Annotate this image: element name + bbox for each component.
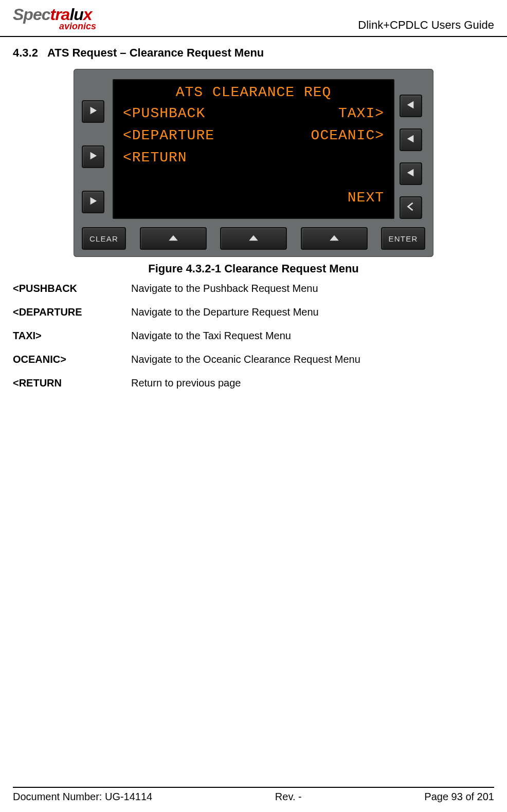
screen-pushback: <PUSHBACK [123, 105, 205, 121]
svg-marker-0 [90, 107, 97, 114]
screen-row-2: <DEPARTURE OCEANIC> [123, 127, 384, 143]
screen-taxi: TAXI> [338, 105, 384, 121]
triangle-right-icon [88, 106, 98, 117]
left-lsk-2[interactable] [82, 145, 104, 168]
left-side-buttons [82, 79, 107, 219]
device-bottom-row: CLEAR ENTER [82, 227, 425, 250]
definitions-list: <PUSHBACK Navigate to the Pushback Reque… [13, 282, 494, 390]
svg-marker-5 [407, 169, 414, 176]
triangle-right-icon [88, 196, 98, 208]
footer-revision: Rev. - [275, 791, 302, 803]
triangle-left-icon [406, 168, 415, 179]
definition-row: <DEPARTURE Navigate to the Departure Req… [13, 305, 494, 319]
definition-term: <PUSHBACK [13, 282, 131, 295]
rocker-2[interactable] [220, 227, 287, 250]
svg-marker-7 [249, 235, 258, 241]
device-top-row: ATS CLEARANCE REQ <PUSHBACK TAXI> <DEPAR… [82, 79, 425, 219]
triangle-up-icon [329, 234, 340, 243]
definition-row: <RETURN Return to previous page [13, 376, 494, 390]
content-area: 4.3.2ATS Request – Clearance Request Men… [0, 37, 507, 390]
svg-marker-1 [90, 152, 97, 159]
right-lsk-1[interactable] [400, 95, 422, 117]
screen-return: <RETURN [123, 150, 187, 165]
definition-term: <DEPARTURE [13, 305, 131, 319]
definition-row: <PUSHBACK Navigate to the Pushback Reque… [13, 282, 494, 295]
screen-row-1: <PUSHBACK TAXI> [123, 105, 384, 121]
definition-term: TAXI> [13, 329, 131, 342]
device-bezel: ATS CLEARANCE REQ <PUSHBACK TAXI> <DEPAR… [74, 69, 433, 257]
document-title: Dlink+CPDLC Users Guide [358, 19, 494, 32]
triangle-up-icon [168, 234, 179, 243]
clear-button[interactable]: CLEAR [82, 227, 126, 250]
triangle-up-icon [248, 234, 259, 243]
svg-marker-2 [90, 197, 97, 205]
svg-marker-4 [407, 135, 414, 142]
svg-marker-3 [407, 101, 414, 108]
definition-desc: Navigate to the Taxi Request Menu [131, 329, 494, 342]
definition-row: TAXI> Navigate to the Taxi Request Menu [13, 329, 494, 342]
triangle-left-icon [406, 134, 415, 145]
device-screen: ATS CLEARANCE REQ <PUSHBACK TAXI> <DEPAR… [113, 79, 394, 219]
rocker-3[interactable] [301, 227, 368, 250]
chevron-left-icon [406, 202, 415, 213]
right-lsk-3[interactable] [400, 162, 422, 185]
definition-row: OCEANIC> Navigate to the Oceanic Clearan… [13, 353, 494, 366]
definition-term: OCEANIC> [13, 353, 131, 366]
page-footer: Document Number: UG-14114 Rev. - Page 93… [13, 787, 494, 803]
triangle-right-icon [88, 151, 98, 162]
triangle-left-icon [406, 100, 415, 112]
figure-caption: Figure 4.3.2-1 Clearance Request Menu [148, 262, 359, 275]
device-figure: ATS CLEARANCE REQ <PUSHBACK TAXI> <DEPAR… [13, 69, 494, 275]
svg-marker-8 [330, 235, 339, 241]
screen-nav-row: NEXT [123, 190, 384, 206]
screen-title: ATS CLEARANCE REQ [123, 84, 384, 100]
screen-row-3: <RETURN [123, 150, 384, 165]
logo-subtext: avionics [59, 21, 96, 32]
right-side-buttons [400, 79, 425, 219]
screen-next: NEXT [348, 190, 384, 206]
right-lsk-4[interactable] [400, 196, 422, 219]
logo-part-gray: Spec [13, 5, 50, 24]
screen-departure: <DEPARTURE [123, 127, 214, 143]
section-heading: 4.3.2ATS Request – Clearance Request Men… [13, 46, 494, 60]
enter-button[interactable]: ENTER [381, 227, 425, 250]
section-number: 4.3.2 [13, 46, 38, 59]
definition-desc: Navigate to the Oceanic Clearance Reques… [131, 353, 494, 366]
logo: Spectralux avionics [13, 5, 96, 32]
footer-doc-number: Document Number: UG-14114 [13, 791, 152, 803]
section-title: ATS Request – Clearance Request Menu [47, 46, 264, 59]
definition-desc: Return to previous page [131, 376, 494, 390]
definition-term: <RETURN [13, 376, 131, 390]
footer-page: Page 93 of 201 [424, 791, 494, 803]
page-header: Spectralux avionics Dlink+CPDLC Users Gu… [0, 0, 507, 37]
left-lsk-1[interactable] [82, 100, 104, 123]
screen-oceanic: OCEANIC> [311, 127, 384, 143]
definition-desc: Navigate to the Pushback Request Menu [131, 282, 494, 295]
rocker-1[interactable] [140, 227, 207, 250]
left-lsk-3[interactable] [82, 191, 104, 213]
svg-marker-6 [169, 235, 178, 241]
clear-label: CLEAR [89, 234, 118, 243]
definition-desc: Navigate to the Departure Request Menu [131, 305, 494, 319]
enter-label: ENTER [389, 234, 418, 243]
right-lsk-2[interactable] [400, 128, 422, 151]
